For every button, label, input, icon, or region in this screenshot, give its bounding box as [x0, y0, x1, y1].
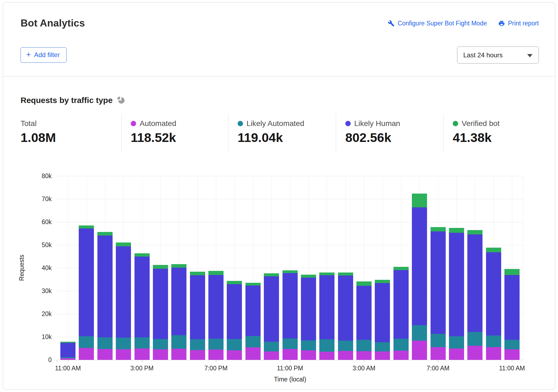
- bar-segment-automated[interactable]: [283, 349, 298, 360]
- bar-2-00-am[interactable]: [338, 176, 353, 360]
- bar-10-00-am[interactable]: [486, 176, 501, 360]
- bar-segment-automated[interactable]: [338, 351, 353, 360]
- bar-segment-automated[interactable]: [79, 348, 94, 360]
- bar-11-00-pm[interactable]: [283, 176, 298, 360]
- bar-segment-automated[interactable]: [153, 349, 168, 360]
- add-filter-button[interactable]: + Add filter: [21, 47, 67, 63]
- bar-segment-likely-human[interactable]: [245, 285, 261, 336]
- bar-segment-automated[interactable]: [134, 348, 150, 360]
- bar-1-00-am[interactable]: [319, 176, 334, 360]
- bar-7-00-am[interactable]: [431, 176, 446, 360]
- bar-segment-automated[interactable]: [504, 349, 520, 360]
- bar-segment-likely-automated[interactable]: [116, 338, 131, 349]
- bar-segment-likely-human[interactable]: [264, 276, 279, 342]
- bar-segment-verified-bot[interactable]: [227, 281, 242, 284]
- bar-segment-likely-human[interactable]: [412, 207, 427, 325]
- bar-8-00-am[interactable]: [449, 176, 464, 360]
- bar-10-00-pm[interactable]: [264, 176, 279, 360]
- bar-7-00-pm[interactable]: [208, 176, 224, 360]
- bar-5-00-pm[interactable]: [171, 176, 186, 360]
- bar-11-00-am[interactable]: [60, 176, 76, 360]
- bar-segment-likely-human[interactable]: [449, 233, 464, 336]
- bar-segment-verified-bot[interactable]: [412, 194, 427, 207]
- bar-4-00-pm[interactable]: [153, 176, 168, 360]
- bar-9-00-am[interactable]: [467, 176, 482, 360]
- bar-segment-verified-bot[interactable]: [467, 230, 482, 234]
- bar-segment-likely-human[interactable]: [116, 246, 131, 337]
- bar-segment-automated[interactable]: [393, 351, 409, 360]
- bar-segment-verified-bot[interactable]: [393, 267, 409, 270]
- bar-segment-likely-automated[interactable]: [338, 341, 353, 351]
- bar-segment-likely-automated[interactable]: [486, 335, 501, 347]
- bar-segment-verified-bot[interactable]: [431, 227, 446, 231]
- bar-12-00-pm[interactable]: [79, 176, 94, 360]
- bar-segment-automated[interactable]: [486, 347, 501, 360]
- print-report-link[interactable]: Print report: [498, 20, 539, 27]
- bar-segment-likely-human[interactable]: [60, 343, 76, 357]
- bar-segment-likely-human[interactable]: [375, 283, 390, 342]
- bar-segment-automated[interactable]: [412, 341, 427, 360]
- bar-segment-verified-bot[interactable]: [134, 253, 150, 256]
- bar-segment-likely-human[interactable]: [393, 270, 409, 339]
- bar-segment-verified-bot[interactable]: [283, 270, 298, 273]
- bar-segment-likely-automated[interactable]: [190, 339, 205, 350]
- time-range-select[interactable]: Last 24 hours: [457, 46, 539, 64]
- bar-segment-likely-automated[interactable]: [208, 339, 224, 350]
- bar-segment-likely-automated[interactable]: [227, 339, 242, 351]
- bar-segment-automated[interactable]: [264, 351, 279, 360]
- bar-segment-automated[interactable]: [208, 350, 224, 360]
- bar-segment-verified-bot[interactable]: [301, 275, 316, 278]
- bar-segment-likely-automated[interactable]: [504, 340, 520, 349]
- bar-segment-likely-human[interactable]: [431, 231, 446, 334]
- bar-segment-automated[interactable]: [227, 350, 242, 360]
- bar-2-00-pm[interactable]: [116, 176, 131, 360]
- bar-segment-likely-automated[interactable]: [431, 334, 446, 347]
- bar-segment-automated[interactable]: [375, 351, 390, 360]
- bar-segment-likely-automated[interactable]: [245, 336, 261, 348]
- bar-segment-likely-automated[interactable]: [393, 339, 409, 351]
- bar-segment-verified-bot[interactable]: [504, 269, 520, 275]
- bar-4-00-am[interactable]: [375, 176, 390, 360]
- bar-segment-likely-human[interactable]: [486, 252, 501, 335]
- bar-segment-verified-bot[interactable]: [153, 265, 168, 269]
- bar-segment-automated[interactable]: [97, 349, 113, 360]
- bar-11-00-am[interactable]: [504, 176, 520, 360]
- bar-segment-likely-automated[interactable]: [467, 332, 482, 346]
- bar-segment-likely-human[interactable]: [208, 275, 224, 339]
- bar-segment-likely-human[interactable]: [319, 275, 334, 339]
- bar-segment-likely-automated[interactable]: [449, 336, 464, 348]
- bar-segment-likely-automated[interactable]: [301, 340, 316, 350]
- bar-6-00-pm[interactable]: [190, 176, 205, 360]
- bar-segment-verified-bot[interactable]: [319, 273, 334, 275]
- configure-super-bot-fight-mode-link[interactable]: Configure Super Bot Fight Mode: [388, 20, 487, 27]
- bar-1-00-pm[interactable]: [97, 176, 113, 360]
- bar-segment-likely-human[interactable]: [467, 234, 482, 332]
- bar-segment-verified-bot[interactable]: [79, 225, 94, 228]
- bar-segment-likely-automated[interactable]: [412, 325, 427, 341]
- bar-segment-verified-bot[interactable]: [245, 283, 261, 285]
- bar-segment-automated[interactable]: [245, 347, 261, 360]
- bar-segment-verified-bot[interactable]: [171, 264, 186, 268]
- bar-6-00-am[interactable]: [412, 176, 427, 360]
- bar-segment-verified-bot[interactable]: [356, 281, 372, 286]
- bar-segment-likely-automated[interactable]: [97, 337, 113, 349]
- bar-segment-likely-human[interactable]: [227, 284, 242, 339]
- bar-segment-likely-automated[interactable]: [283, 338, 298, 349]
- bar-segment-likely-automated[interactable]: [356, 340, 372, 351]
- bar-segment-verified-bot[interactable]: [116, 242, 131, 246]
- bar-segment-automated[interactable]: [356, 351, 372, 360]
- bar-segment-likely-human[interactable]: [97, 235, 113, 337]
- bar-segment-automated[interactable]: [116, 349, 131, 360]
- bar-3-00-pm[interactable]: [134, 176, 150, 360]
- bar-8-00-pm[interactable]: [227, 176, 242, 360]
- bar-segment-likely-human[interactable]: [79, 228, 94, 337]
- bar-segment-likely-human[interactable]: [171, 268, 186, 335]
- bar-segment-likely-human[interactable]: [153, 269, 168, 339]
- bar-segment-likely-automated[interactable]: [171, 335, 186, 349]
- bar-segment-likely-human[interactable]: [134, 257, 150, 337]
- bar-segment-likely-human[interactable]: [504, 275, 520, 340]
- bar-segment-likely-automated[interactable]: [134, 337, 150, 349]
- bar-segment-verified-bot[interactable]: [190, 272, 205, 275]
- bar-9-00-pm[interactable]: [245, 176, 261, 360]
- bar-segment-likely-automated[interactable]: [153, 339, 168, 349]
